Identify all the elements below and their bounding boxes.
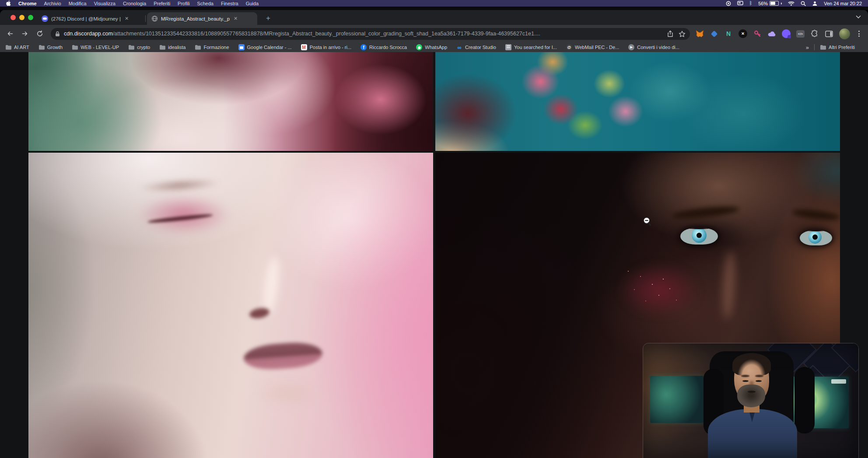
generated-image-bottom-left[interactable]	[28, 153, 433, 458]
tab-image-active[interactable]: MRregista_Abstract_beauty._p ✕	[147, 12, 257, 25]
extensions-puzzle-icon[interactable]	[810, 29, 819, 38]
record-status-icon[interactable]	[726, 1, 731, 6]
bookmark-label: idealista	[168, 45, 186, 50]
image-detail	[243, 341, 323, 371]
url-path: /attachments/1013512335442333816/1088905…	[113, 31, 540, 37]
cloud-extension-icon[interactable]	[767, 29, 776, 38]
minimize-window-button[interactable]	[19, 15, 24, 20]
image-detail	[248, 307, 270, 320]
battery-percent-label: 56%	[758, 1, 768, 6]
tab-close-icon[interactable]: ✕	[234, 16, 238, 21]
dark-circle-extension-icon[interactable]: ✕	[738, 29, 747, 38]
bookmark-facebook-profile[interactable]: f Riccardo Scrocca	[360, 44, 407, 50]
battery-indicator[interactable]: 56%	[758, 1, 782, 6]
menu-item-chrome[interactable]: Chrome	[18, 1, 37, 6]
close-window-button[interactable]	[10, 15, 16, 20]
violet-extension-icon[interactable]	[782, 29, 791, 38]
image-detail	[628, 271, 629, 272]
spotlight-search-icon[interactable]	[801, 1, 806, 6]
bookmark-label: Growth	[47, 45, 63, 50]
bookmark-folder-web-level-up[interactable]: WEB - LEVEL-UP	[72, 44, 119, 50]
new-tab-button[interactable]: +	[262, 13, 274, 24]
other-bookmarks-folder[interactable]: Altri Preferiti	[820, 44, 855, 50]
bookmarks-bar: AI ART Growth WEB - LEVEL-UP crypto idea…	[0, 42, 868, 52]
chrome-menu-kebab-icon[interactable]	[856, 31, 862, 37]
bookmark-creator-studio[interactable]: ∞ Creator Studio	[456, 44, 496, 50]
reload-button[interactable]	[34, 28, 46, 39]
display-status-icon[interactable]	[737, 1, 743, 6]
folder-icon	[5, 44, 11, 50]
bookmarks-separator	[814, 44, 815, 50]
bluetooth-icon[interactable]: ᛒ	[749, 1, 752, 6]
menu-item-archivio[interactable]: Archivio	[44, 1, 61, 6]
battery-nub	[781, 3, 782, 4]
tab-discord[interactable]: (2762) Discord | @Midjourney | ✕	[37, 12, 145, 25]
bookmark-webmail-pec[interactable]: @ WebMail PEC - De...	[566, 44, 619, 50]
image-detail	[619, 263, 700, 318]
tab-title: MRregista_Abstract_beauty._p	[161, 16, 230, 21]
bookmark-gmail-inbox[interactable]: M Posta in arrivo - ri...	[301, 44, 351, 50]
profile-avatar[interactable]	[839, 28, 850, 39]
menu-item-modifica[interactable]: Modifica	[69, 1, 87, 6]
apple-menu-icon[interactable]	[6, 0, 11, 6]
bookmark-whatsapp[interactable]: WhatsApp	[416, 44, 447, 50]
folder-icon	[38, 44, 45, 50]
share-icon[interactable]	[667, 30, 673, 37]
bookmark-folder-crypto[interactable]: crypto	[128, 44, 150, 50]
menu-item-guida[interactable]: Guida	[246, 1, 259, 6]
folder-icon	[72, 44, 78, 50]
image-detail	[256, 380, 322, 406]
video-icon: ▶	[628, 44, 634, 50]
bookmark-label: WEB - LEVEL-UP	[80, 45, 119, 50]
tab-title: (2762) Discord | @Midjourney |	[51, 16, 121, 21]
image-detail	[800, 231, 832, 245]
metamask-extension-icon[interactable]	[695, 29, 704, 38]
folder-icon	[128, 44, 134, 50]
menu-item-profili[interactable]: Profili	[178, 1, 190, 6]
bookmark-folder-idealista[interactable]: idealista	[159, 44, 186, 50]
bookmark-folder-formazione[interactable]: Formazione	[195, 44, 229, 50]
google-calendar-icon	[238, 44, 245, 50]
wifi-icon[interactable]	[788, 1, 794, 6]
user-switch-icon[interactable]	[812, 1, 818, 6]
bookmark-label: WhatsApp	[425, 45, 447, 50]
image-detail	[137, 195, 231, 235]
forward-button[interactable]	[19, 28, 31, 39]
page-background	[0, 52, 868, 458]
bookmark-label: Riccardo Scrocca	[369, 45, 407, 50]
bookmark-folder-growth[interactable]: Growth	[38, 44, 63, 50]
menu-item-visualizza[interactable]: Visualizza	[94, 1, 116, 6]
image-detail	[261, 256, 281, 315]
blue-extension-icon[interactable]	[710, 29, 718, 38]
bookmark-label: crypto	[137, 45, 150, 50]
menu-item-preferiti[interactable]: Preferiti	[154, 1, 170, 6]
generated-image-top-left[interactable]	[28, 52, 433, 151]
webmail-icon: @	[566, 44, 572, 50]
bookmarks-overflow-chevron[interactable]: »	[806, 44, 809, 51]
bookmark-search-result[interactable]: You searched for I...	[505, 44, 557, 50]
key-extension-icon[interactable]	[753, 29, 762, 38]
menu-bar-clock[interactable]: Ven 24 mar 20:22	[824, 1, 862, 6]
tab-search-chevron-icon[interactable]	[856, 15, 861, 19]
address-bar[interactable]: cdn.discordapp.com/attachments/101351233…	[51, 28, 690, 40]
menu-item-scheda[interactable]: Scheda	[197, 1, 214, 6]
back-button[interactable]	[4, 28, 16, 39]
fullscreen-window-button[interactable]	[28, 15, 33, 20]
n-extension-icon[interactable]: N	[724, 29, 733, 38]
bookmark-folder-ai-art[interactable]: AI ART	[5, 44, 29, 50]
menu-item-finestra[interactable]: Finestra	[221, 1, 238, 6]
lock-icon[interactable]	[55, 31, 60, 37]
url-text: cdn.discordapp.com/attachments/101351233…	[64, 31, 664, 37]
meta-icon: ∞	[456, 44, 462, 50]
code-extension-icon[interactable]: </>	[796, 30, 805, 38]
menu-item-cronologia[interactable]: Cronologia	[123, 1, 146, 6]
bookmark-video-converter[interactable]: ▶ Converti i video di...	[628, 44, 679, 50]
facebook-icon: f	[360, 44, 367, 50]
bookmark-google-calendar[interactable]: Google Calendar - ...	[238, 44, 292, 50]
globe-favicon	[151, 15, 158, 22]
generated-image-top-right[interactable]	[435, 52, 840, 151]
chrome-window: (2762) Discord | @Midjourney | ✕ MRregis…	[0, 10, 868, 458]
tab-close-icon[interactable]: ✕	[125, 16, 129, 21]
bookmark-star-icon[interactable]	[679, 31, 686, 37]
side-panel-icon[interactable]	[825, 29, 833, 38]
